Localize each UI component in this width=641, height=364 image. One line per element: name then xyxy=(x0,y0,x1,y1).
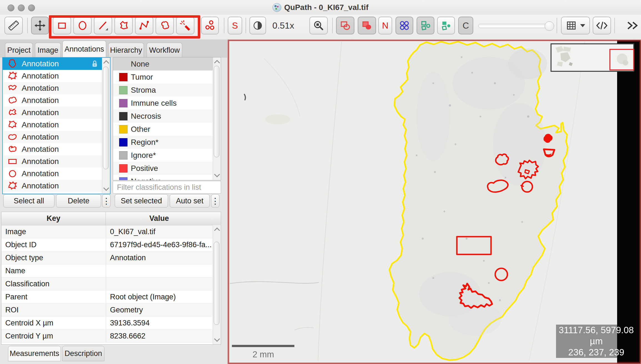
bottom-tab[interactable]: Description xyxy=(62,346,104,361)
annotation-list-item[interactable]: Annotation xyxy=(3,119,102,131)
show-detections-button[interactable] xyxy=(417,17,434,34)
rectangle-tool-button[interactable] xyxy=(53,17,71,34)
annotation-list-item[interactable]: Annotation xyxy=(3,131,102,143)
show-annotations-icon xyxy=(339,19,351,32)
select-all-button[interactable]: Select all xyxy=(3,194,54,208)
fill-annotations-button[interactable] xyxy=(358,17,376,34)
brush-tool-icon xyxy=(159,19,171,32)
show-annotations-button[interactable] xyxy=(336,17,354,34)
script-editor-button[interactable] xyxy=(593,17,611,34)
polygon-tool-button[interactable] xyxy=(114,17,133,34)
selection-mode-button[interactable]: S xyxy=(228,17,242,34)
property-row[interactable]: Name xyxy=(1,264,221,277)
annotation-list-item[interactable]: Annotation xyxy=(3,58,102,70)
set-selected-button[interactable]: Set selected xyxy=(115,194,168,208)
ellipse-tool-button[interactable] xyxy=(73,17,92,34)
classification-list-item[interactable]: Immune cells xyxy=(113,97,213,110)
analysis-tab[interactable]: Project xyxy=(5,43,33,58)
annotation-item-label: Annotation xyxy=(22,120,59,129)
polyline-tool-icon xyxy=(138,19,150,32)
analysis-tab[interactable]: Workflow xyxy=(147,43,182,58)
property-row[interactable]: ROI Geometry xyxy=(1,304,221,317)
scroll-up-icon[interactable] xyxy=(214,60,220,66)
show-classification-button[interactable]: C xyxy=(458,17,473,34)
zoom-to-fit-button[interactable] xyxy=(309,17,328,34)
value-column-header[interactable]: Value xyxy=(106,212,212,225)
scroll-up-icon[interactable] xyxy=(214,228,220,233)
classification-list-item[interactable]: Necrosis xyxy=(113,110,213,123)
scrollbar-thumb[interactable] xyxy=(214,242,219,325)
annotation-list-item[interactable]: Annotation xyxy=(3,107,102,119)
ellipse-shape-icon xyxy=(7,168,18,179)
annotation-list-item[interactable]: Annotation xyxy=(3,168,102,180)
class-label: Positive xyxy=(131,164,158,173)
classification-list-item[interactable]: Tumor xyxy=(113,70,213,84)
freehand-blob-2-icon xyxy=(7,71,18,81)
line-tool-button[interactable] xyxy=(94,17,112,34)
overview-map[interactable] xyxy=(551,44,634,71)
auto-set-button[interactable]: Auto set xyxy=(170,194,210,208)
analysis-tab[interactable]: Image xyxy=(35,43,61,58)
fill-detections-button[interactable] xyxy=(437,17,455,34)
analysis-tab[interactable]: Hierarchy xyxy=(108,43,144,58)
annotation-more-button[interactable]: ⋮ xyxy=(102,194,111,208)
property-row[interactable]: Centroid Y µm 8238.6662 xyxy=(1,330,221,343)
points-tool-button[interactable] xyxy=(201,17,219,34)
toolbar-overflow-button[interactable] xyxy=(624,17,641,34)
classification-more-button[interactable]: ⋮ xyxy=(211,194,219,208)
classification-list-item[interactable]: Negative xyxy=(113,175,213,180)
classification-list-item[interactable]: Ignore* xyxy=(113,149,213,162)
opacity-slider[interactable] xyxy=(478,24,553,28)
annotation-list-item[interactable]: Annotation xyxy=(3,82,102,94)
delete-button[interactable]: Delete xyxy=(56,194,101,208)
wand-tool-button[interactable] xyxy=(176,17,194,34)
measurement-tables-button[interactable] xyxy=(561,17,590,34)
property-row[interactable]: Object type Annotation xyxy=(1,251,221,264)
toolbar-separator xyxy=(27,18,28,33)
analysis-tab[interactable]: Annotations xyxy=(62,41,106,58)
classification-list-scrollbar[interactable] xyxy=(213,57,221,180)
classification-list-item[interactable]: None xyxy=(113,57,213,70)
property-row[interactable]: Classification xyxy=(1,277,221,290)
viewer-canvas[interactable]: 2 mm xyxy=(228,40,641,364)
properties-scrollbar[interactable] xyxy=(213,225,221,344)
scrollbar-thumb[interactable] xyxy=(214,66,219,157)
scroll-up-icon[interactable] xyxy=(103,60,109,66)
classification-list-item[interactable]: Positive xyxy=(113,162,213,175)
brightness-contrast-button[interactable] xyxy=(249,17,266,34)
polyline-tool-button[interactable] xyxy=(135,17,153,34)
annotation-list-item[interactable]: Annotation xyxy=(3,143,102,155)
scroll-down-icon[interactable] xyxy=(214,171,220,177)
brush-tool-button[interactable] xyxy=(156,17,174,34)
annotation-list-item[interactable]: Annotation xyxy=(3,70,102,82)
annotation-list-item[interactable]: Annotation xyxy=(3,94,102,107)
classification-list-item[interactable]: Other xyxy=(113,123,213,136)
key-column-header[interactable]: Key xyxy=(1,212,106,225)
tab-label: Image xyxy=(37,46,58,55)
scrollbar-thumb[interactable] xyxy=(103,67,109,169)
filter-classifications-input[interactable] xyxy=(113,181,221,194)
show-names-button[interactable]: N xyxy=(378,17,392,34)
annotation-list-item[interactable]: Annotation xyxy=(3,180,102,192)
qupath-logo-icon xyxy=(272,3,281,12)
annotation-list-scrollbar[interactable] xyxy=(102,58,110,193)
scroll-down-icon[interactable] xyxy=(103,185,109,191)
property-row[interactable]: Image 0_KI67_val.tif xyxy=(1,225,221,238)
measure-tool-button[interactable] xyxy=(4,17,23,34)
tab-label: Project xyxy=(7,46,31,55)
magnification-value[interactable]: 0.51x xyxy=(270,17,297,34)
move-tool-button[interactable] xyxy=(31,17,49,34)
image-viewer[interactable]: 2 mm 31117.56, 5979.08 µm 236, 237, 239 xyxy=(228,40,641,364)
opacity-slider-thumb[interactable] xyxy=(545,21,554,31)
fill-detections-icon xyxy=(440,19,452,32)
property-row[interactable]: Parent Root object (Image) xyxy=(1,290,221,304)
classification-list-item[interactable]: Region* xyxy=(113,136,213,149)
bottom-tab[interactable]: Measurements xyxy=(8,346,61,361)
scroll-down-icon[interactable] xyxy=(214,336,220,342)
property-row[interactable]: Object ID 67197f9d-ed45-4e63-9f86-fa... xyxy=(1,238,221,251)
annotation-list-item[interactable]: Annotation xyxy=(3,155,102,168)
property-row[interactable]: Centroid X µm 39136.3594 xyxy=(1,317,221,330)
scale-bar-label: 2 mm xyxy=(252,350,274,359)
classification-list-item[interactable]: Stroma xyxy=(113,84,213,97)
show-tma-grid-button[interactable] xyxy=(395,17,413,34)
